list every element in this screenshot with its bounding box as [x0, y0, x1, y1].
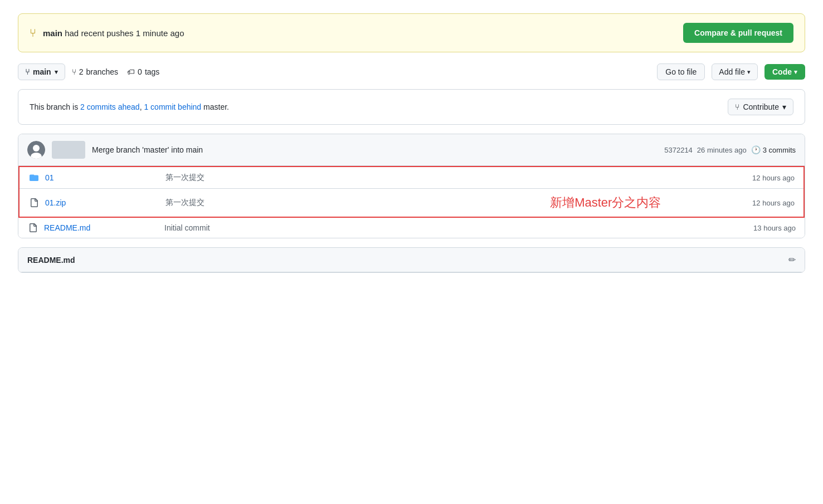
branch-selector-button[interactable]: ⑂ main	[18, 63, 65, 80]
git-branch-icon-sm: ⑂	[72, 67, 76, 76]
contribute-icon: ⑂	[735, 102, 739, 111]
file-icon-01zip	[28, 198, 40, 207]
git-branch-icon: ⑂	[30, 27, 36, 40]
status-text-before: This branch is	[30, 102, 80, 111]
commit-time: 26 minutes ago	[697, 146, 747, 154]
tags-label: tags	[145, 67, 159, 76]
file-name-01zip[interactable]: 01.zip	[45, 198, 157, 207]
contribute-label: Contribute	[743, 102, 779, 111]
push-banner-text: main had recent pushes 1 minute ago	[43, 28, 184, 38]
file-time-readme: 13 hours ago	[753, 224, 796, 232]
behind-commits-link[interactable]: 1 commit behind	[144, 102, 201, 111]
annotation-text: 新增Master分之内容	[550, 194, 661, 211]
push-banner-content: ⑂ main had recent pushes 1 minute ago	[30, 27, 184, 40]
commit-header-row: Merge branch 'master' into main 5372214 …	[18, 134, 805, 166]
branches-link[interactable]: ⑂ 2 branches	[72, 67, 118, 76]
file-commit-msg-01: 第一次提交	[157, 173, 752, 183]
commit-hash: 5372214	[664, 146, 693, 154]
file-time-01: 12 hours ago	[752, 174, 795, 182]
compare-pull-request-button[interactable]: Compare & pull request	[683, 23, 793, 43]
history-icon: 🕐	[751, 145, 761, 154]
readme-section: README.md ✏	[18, 247, 805, 273]
readme-header: README.md ✏	[18, 248, 805, 272]
status-text-after: master.	[201, 102, 229, 111]
ahead-commits-link[interactable]: 2 commits ahead	[80, 102, 140, 111]
tag-icon: 🏷	[127, 67, 135, 76]
table-row: 01 第一次提交 12 hours ago	[20, 167, 803, 189]
tags-link[interactable]: 🏷 0 tags	[127, 67, 159, 76]
file-time-01zip: 12 hours ago	[752, 199, 795, 207]
contribute-caret-icon: ▾	[782, 102, 786, 111]
folder-icon	[28, 173, 40, 182]
file-commit-msg-01zip: 第一次提交	[157, 198, 459, 208]
username-placeholder	[52, 141, 85, 159]
branches-count: 2	[79, 67, 84, 76]
file-name-readme[interactable]: README.md	[44, 223, 155, 232]
annotation-area: 新增Master分之内容	[459, 194, 753, 211]
branch-name-label: main	[33, 67, 51, 76]
git-branch-small-icon: ⑂	[25, 67, 30, 76]
file-icon-readme	[27, 223, 38, 232]
add-file-button[interactable]: Add file	[712, 63, 758, 80]
svg-point-1	[33, 145, 40, 151]
goto-file-button[interactable]: Go to file	[657, 63, 705, 80]
push-banner: ⑂ main had recent pushes 1 minute ago Co…	[18, 13, 805, 52]
file-table: Merge branch 'master' into main 5372214 …	[18, 134, 805, 238]
branches-label: branches	[86, 67, 118, 76]
highlighted-files-group: 01 第一次提交 12 hours ago 01.zip 第一次提交 新增Mas…	[18, 166, 805, 218]
edit-icon[interactable]: ✏	[788, 255, 796, 265]
code-button[interactable]: Code	[764, 64, 805, 80]
table-row: 01.zip 第一次提交 新增Master分之内容 12 hours ago	[20, 189, 803, 217]
push-branch-name: main	[43, 28, 62, 38]
branches-count-link: ⑂ 2 branches 🏷 0 tags	[72, 67, 160, 76]
commit-meta: 5372214 26 minutes ago 🕐 3 commits	[664, 145, 796, 154]
commit-status-text: This branch is 2 commits ahead, 1 commit…	[30, 102, 229, 111]
branch-bar: ⑂ main ⑂ 2 branches 🏷 0 tags Go to file …	[18, 63, 805, 80]
commit-status-box: This branch is 2 commits ahead, 1 commit…	[18, 89, 805, 125]
commits-count: 🕐 3 commits	[751, 145, 796, 154]
file-name-01[interactable]: 01	[45, 173, 157, 182]
tags-count: 0	[138, 67, 142, 76]
file-commit-msg-readme: Initial commit	[155, 223, 753, 232]
table-row: README.md Initial commit 13 hours ago	[18, 218, 805, 238]
readme-title: README.md	[27, 256, 75, 265]
code-button-label: Code	[772, 67, 792, 76]
contribute-button[interactable]: ⑂ Contribute ▾	[728, 99, 793, 115]
commits-count-label: 3 commits	[763, 146, 796, 154]
commit-message: Merge branch 'master' into main	[92, 145, 658, 154]
avatar	[27, 141, 45, 159]
